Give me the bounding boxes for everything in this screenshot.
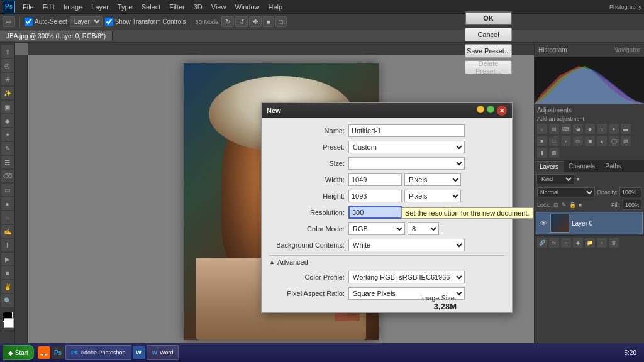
height-unit-select[interactable]: Pixels bbox=[404, 190, 461, 202]
3d-roll-btn[interactable]: ↺ bbox=[235, 16, 248, 27]
advanced-chevron-icon: ▲ bbox=[269, 259, 275, 265]
pixelaspect-label: Pixel Aspect Ratio: bbox=[269, 290, 345, 297]
3d-mode-label: 3D Mode: bbox=[196, 19, 220, 25]
move-tool-btn[interactable]: ⇨ bbox=[3, 16, 15, 27]
name-row: Name: bbox=[269, 124, 504, 137]
colorprofile-select[interactable]: Working RGB: sRGB IEC61966-2.1 bbox=[348, 271, 465, 283]
height-label: Height: bbox=[269, 192, 345, 200]
resolution-tooltip: Set the resolution for the new document. bbox=[401, 207, 533, 219]
save-preset-button[interactable]: Save Preset... bbox=[465, 44, 512, 58]
autoselect-type[interactable]: Layer bbox=[70, 16, 103, 27]
menu-type[interactable]: Type bbox=[114, 2, 136, 12]
pixelaspect-row: Pixel Aspect Ratio: Square Pixels bbox=[269, 287, 504, 300]
tab-bar: JBA.jpg @ 300% (Layer 0, RGB/8*) bbox=[0, 30, 644, 43]
advanced-toggle[interactable]: ▲ Advanced bbox=[269, 256, 504, 268]
width-unit-select[interactable]: Pixels bbox=[404, 173, 461, 186]
menu-help[interactable]: Help bbox=[265, 2, 287, 12]
taskbar-time: 5:20 bbox=[625, 349, 641, 356]
width-row: Width: Pixels bbox=[269, 173, 504, 186]
firefox-icon[interactable]: 🦊 bbox=[38, 346, 50, 359]
delete-preset-button[interactable]: Delete Preset... bbox=[465, 60, 512, 74]
width-input[interactable] bbox=[348, 173, 402, 186]
photoshop-taskbar-icon[interactable]: Ps bbox=[52, 346, 64, 359]
3d-slide-btn[interactable]: ■ bbox=[263, 16, 274, 27]
width-label: Width: bbox=[269, 176, 345, 184]
menu-filter[interactable]: Filter bbox=[165, 2, 188, 12]
menu-bar: Ps File Edit Image Layer Type Select Fil… bbox=[0, 0, 644, 14]
colorprofile-label: Color Profile: bbox=[269, 273, 345, 281]
workspace-label: Photography bbox=[609, 4, 641, 10]
toolbar-separator2 bbox=[191, 16, 191, 28]
resolution-label: Resolution: bbox=[269, 209, 345, 216]
word-icon[interactable]: W bbox=[133, 346, 145, 359]
bg-select[interactable]: White bbox=[348, 239, 465, 251]
dialog-body: Name: Preset: Custom Size: bbox=[262, 118, 512, 312]
menu-image[interactable]: Image bbox=[60, 2, 87, 12]
dialog-close-btn[interactable]: ✕ bbox=[497, 106, 507, 116]
colorprofile-row: Color Profile: Working RGB: sRGB IEC6196… bbox=[269, 271, 504, 283]
dialog-title-bar[interactable]: New ✕ bbox=[262, 103, 512, 118]
autoselect-check[interactable]: Auto-Select bbox=[25, 18, 67, 26]
dialog-minimize-btn[interactable] bbox=[477, 106, 484, 113]
imagesize-box: Image Size: 3,28M bbox=[420, 294, 457, 311]
height-row: Height: Pixels bbox=[269, 190, 504, 202]
3d-orbit-btn[interactable]: ↻ bbox=[221, 16, 234, 27]
showtransform-check[interactable]: Show Transform Controls bbox=[105, 18, 186, 26]
size-label: Size: bbox=[269, 160, 345, 167]
document-tab[interactable]: JBA.jpg @ 300% (Layer 0, RGB/8*) bbox=[0, 31, 113, 41]
ok-button[interactable]: OK bbox=[465, 11, 512, 25]
preset-row: Preset: Custom bbox=[269, 141, 504, 153]
ps-task-label: Adobe Photoshop bbox=[80, 349, 126, 356]
preset-select[interactable]: Custom bbox=[348, 141, 465, 153]
imagesize-value: 3,28M bbox=[420, 302, 457, 311]
size-row: Size: bbox=[269, 157, 504, 170]
3d-pan-btn[interactable]: ✥ bbox=[249, 16, 262, 27]
menu-window[interactable]: Window bbox=[231, 2, 263, 12]
name-label: Name: bbox=[269, 127, 345, 134]
advanced-section: ▲ Advanced Color Profile: Working RGB: s… bbox=[269, 255, 504, 306]
dialog-maximize-btn[interactable] bbox=[487, 106, 494, 113]
3d-scale-btn[interactable]: □ bbox=[275, 16, 287, 27]
menu-select[interactable]: Select bbox=[138, 2, 165, 12]
ps-logo-icon: Ps bbox=[3, 1, 15, 13]
resolution-row: Resolution: Set the resolution for the n… bbox=[269, 206, 504, 219]
advanced-content: Color Profile: Working RGB: sRGB IEC6196… bbox=[269, 268, 504, 306]
preset-label: Preset: bbox=[269, 143, 345, 151]
toolbar-separator bbox=[19, 16, 20, 28]
menu-layer[interactable]: Layer bbox=[87, 2, 113, 12]
menu-edit[interactable]: Edit bbox=[39, 2, 58, 12]
imagesize-label: Image Size: bbox=[420, 294, 457, 302]
colormode-row: Color Mode: RGB 8 bbox=[269, 222, 504, 235]
menu-3d[interactable]: 3D bbox=[190, 2, 206, 12]
size-select[interactable] bbox=[348, 157, 465, 170]
menu-view[interactable]: View bbox=[208, 2, 230, 12]
name-input[interactable] bbox=[348, 124, 465, 137]
dialog-buttons: OK Cancel Save Preset... Delete Preset..… bbox=[465, 11, 512, 74]
cancel-button[interactable]: Cancel bbox=[465, 28, 512, 41]
colormode-label: Color Mode: bbox=[269, 225, 345, 233]
new-document-dialog: New ✕ Name: Preset: Custom bbox=[261, 102, 513, 313]
menu-file[interactable]: File bbox=[19, 2, 38, 12]
colormode-bits-select[interactable]: 8 bbox=[408, 222, 439, 235]
dialog-overlay: New ✕ Name: Preset: Custom bbox=[0, 43, 644, 348]
bg-label: Background Contents: bbox=[269, 241, 345, 249]
bg-row: Background Contents: White bbox=[269, 239, 504, 251]
colormode-select[interactable]: RGB bbox=[348, 222, 405, 235]
resolution-input[interactable] bbox=[348, 206, 402, 219]
toolbar-top: ⇨ Auto-Select Layer Show Transform Contr… bbox=[0, 14, 644, 30]
word-task-label: Word bbox=[160, 349, 173, 356]
height-input[interactable] bbox=[348, 190, 402, 202]
